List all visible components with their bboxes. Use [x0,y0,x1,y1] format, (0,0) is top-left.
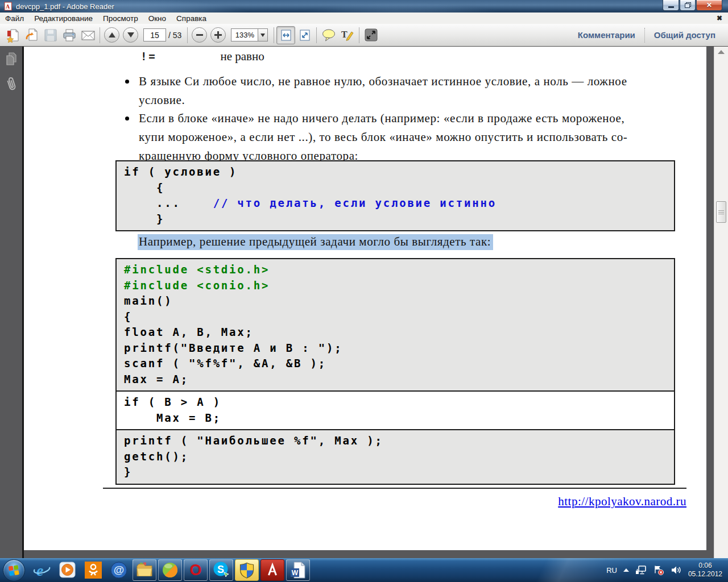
sign-icon: T [340,28,355,43]
zoom-dropdown-button[interactable] [258,28,268,41]
volume-icon[interactable] [671,565,682,575]
skype-icon: S [212,560,231,580]
bullet-item: В языке Си любое число, не равное нулю, … [124,72,700,110]
page-number-input[interactable]: 15 [143,28,166,41]
export-button[interactable] [22,26,41,44]
operator-row: != не равно [140,49,264,64]
mediaget-icon [161,561,179,579]
selected-text[interactable]: Например, решение предыдущей задачи могл… [138,234,493,250]
save-button[interactable] [41,26,60,44]
arrow-down-icon [127,32,134,38]
menu-edit[interactable]: Редактирование [29,14,98,23]
code-line: Max = A; [124,372,674,388]
code-line: ... // что делать, если условие истинно [124,196,674,211]
word-icon: W [289,561,307,579]
fullscreen-button[interactable] [362,26,380,44]
scrollbar-thumb[interactable] [716,201,726,223]
operator-symbol: != [140,50,156,63]
adobe-reader-icon [264,562,281,579]
minus-icon [196,34,203,36]
code-line: { [124,180,674,196]
taskbar-odnoklassniki[interactable] [81,559,105,581]
scroll-up-arrow-icon[interactable] [718,50,725,54]
chevron-down-icon [260,34,265,37]
fit-page-button[interactable] [295,26,314,44]
restore-icon [685,2,691,8]
taskbar-word[interactable]: W [286,559,310,581]
start-button[interactable] [3,559,25,581]
clock[interactable]: 0:06 05.12.2012 [688,562,722,579]
security-shield-icon [238,562,255,579]
bullet-text-line: Если в блоке «иначе» не надо ничего дела… [139,109,700,128]
bullet-dot [125,117,129,120]
svg-text:e: e [36,562,43,579]
taskbar-uac-shield[interactable] [235,559,259,581]
menu-view[interactable]: Просмотр [98,14,143,23]
network-icon[interactable] [635,565,647,575]
close-button[interactable]: ✕ [696,0,722,11]
clock-time: 0:06 [688,562,722,570]
zoom-combo: 133% [231,28,268,41]
code-line: printf("Введите А и В : "); [124,340,674,356]
fit-width-button[interactable] [276,26,295,44]
code-line: float A, B, Max; [124,325,674,340]
code-line-include: #include <conio.h> [124,278,674,294]
code-line: } [124,464,674,480]
title-left: A devcpp_1.pdf - Adobe Reader [0,2,114,11]
pdf-file-icon: A [4,2,13,11]
minimize-button[interactable] [663,0,679,11]
menu-help[interactable]: Справка [171,14,212,23]
action-center-flag-icon[interactable] [653,565,664,575]
zoom-level-input[interactable]: 133% [231,28,258,41]
zoom-in-button[interactable] [209,26,228,44]
code-comment: // что делать, если условие истинно [213,197,497,209]
bullet-text-line: купи мороженое», а если нет ...), то вес… [139,128,700,147]
code-line: if ( условие ) [124,164,674,180]
code-line: printf ( "Наибольшее %f", Max ); [124,433,674,449]
vertical-scrollbar[interactable] [714,47,728,558]
page-thumbnails-icon[interactable] [3,51,19,67]
previous-page-button[interactable] [102,26,121,44]
comment-button[interactable] [319,26,338,44]
taskbar-mediaget[interactable] [158,559,182,581]
menu-bar: Файл Редактирование Просмотр Окно Справк… [0,13,728,24]
share-panel-button[interactable]: Общий доступ [645,30,725,40]
restore-button[interactable] [680,0,696,11]
code-line: { [124,309,674,325]
menu-window[interactable]: Окно [143,14,171,23]
email-button[interactable] [78,26,97,44]
document-area: != не равно В языке Си любое число, не р… [0,47,728,558]
hidden-icons-arrow-icon[interactable] [623,568,629,572]
internet-explorer-icon: e [33,561,51,579]
page-background-gap [706,47,714,558]
taskbar-internet-explorer[interactable]: e [30,559,54,581]
taskbar-adobe-reader[interactable] [260,559,284,581]
taskbar-mail-ru[interactable]: @ [107,559,131,581]
menu-file[interactable]: Файл [0,14,29,23]
code-block: #include <stdio.h> #include <conio.h> ma… [115,258,675,392]
window-controls: ✕ [663,0,722,11]
taskbar-opera[interactable]: O [184,559,208,581]
taskbar-skype[interactable]: S [209,559,233,581]
footer-link[interactable]: http://kpolyakov.narod.ru [103,494,686,509]
navigation-pane [0,47,24,558]
language-indicator[interactable]: RU [606,566,617,575]
taskbar-media-player[interactable] [56,559,80,581]
footer-rule [103,488,686,489]
comments-panel-button[interactable]: Комментарии [569,30,644,40]
sign-button[interactable]: T [338,26,357,44]
next-page-button[interactable] [121,26,140,44]
taskbar-explorer[interactable] [133,559,156,581]
print-button[interactable] [60,26,78,44]
zoom-out-button[interactable] [190,26,209,44]
code-line: getch(); [124,449,674,465]
attachments-paperclip-icon[interactable] [3,76,19,93]
bullet-item: Если в блоке «иначе» не надо ничего дела… [124,109,700,165]
close-document-icon[interactable]: ✖ [717,14,728,22]
bullet-text-line: В языке Си любое число, не равное нулю, … [139,72,700,91]
export-icon [24,28,39,43]
open-button[interactable] [3,26,22,44]
system-tray: RU 0:06 05.12.2012 [606,562,728,579]
toolbar-separator [187,27,188,43]
windows-flag-icon [8,564,20,576]
